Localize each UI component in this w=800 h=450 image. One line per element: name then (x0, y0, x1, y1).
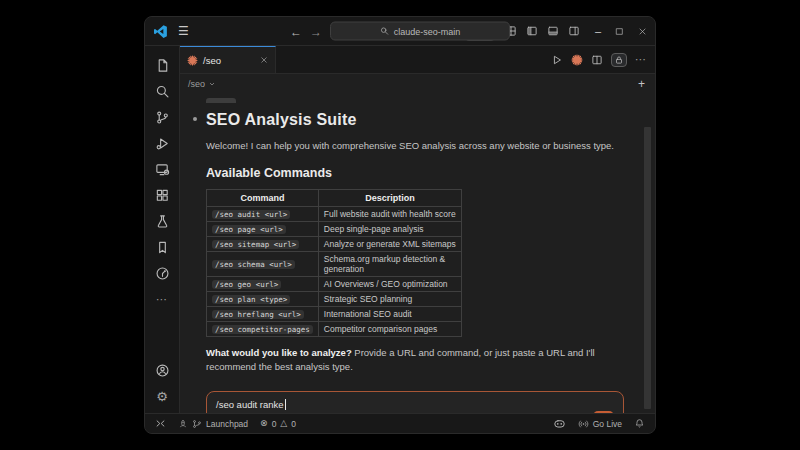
menu-icon[interactable]: ☰ (178, 24, 189, 38)
broadcast-icon (578, 419, 589, 429)
sidebar-item-explorer[interactable] (145, 52, 179, 78)
breadcrumb: /seo + (180, 74, 655, 93)
table-row: /seo page <url> Deep single-page analysi… (207, 222, 462, 237)
activity-bar: ⋯ ⚙ (145, 46, 180, 413)
branch-icon (192, 419, 202, 429)
go-live-label: Go Live (593, 419, 622, 429)
column-header-description: Description (318, 190, 461, 207)
command-cell: /seo page <url> (207, 222, 319, 237)
claude-action-icon[interactable] (571, 54, 583, 66)
source-control-icon (155, 110, 170, 125)
chat-input-field[interactable]: /seo audit ranke (216, 399, 614, 410)
toggle-sidebar-left-icon[interactable] (526, 25, 538, 37)
description-cell: Schema.org markup detection & generation (318, 252, 461, 277)
table-row: /seo schema <url> Schema.org markup dete… (207, 252, 462, 277)
command-cell: /seo schema <url> (207, 252, 319, 277)
sidebar-item-bookmarks[interactable] (145, 234, 179, 260)
tab-bar: /seo ⋯ (180, 46, 655, 74)
gear-icon: ⚙ (156, 389, 168, 404)
description-cell: Competitor comparison pages (318, 322, 461, 337)
breadcrumb-chevron-icon (208, 80, 216, 88)
command-cell: /seo audit <url> (207, 207, 319, 222)
toggle-panel-icon[interactable] (547, 25, 559, 37)
toggle-sidebar-right-icon[interactable] (568, 25, 580, 37)
message-bullet (193, 117, 197, 121)
problems-status-item[interactable]: ⊗ 0 △ 0 (260, 419, 296, 429)
text-cursor (285, 399, 286, 410)
scrollbar-thumb[interactable] (644, 127, 651, 409)
table-row: /seo sitemap <url> Analyze or generate X… (207, 237, 462, 252)
search-icon (380, 27, 389, 36)
copilot-status-icon[interactable] (553, 418, 566, 429)
sidebar-item-testing[interactable] (145, 208, 179, 234)
files-icon (155, 58, 170, 73)
description-cell: AI Overviews / GEO optimization (318, 277, 461, 292)
chat-input-box[interactable]: /seo audit ranke Ask before edits (206, 391, 624, 414)
vscode-window: ☰ ← → claude-seo-main (144, 16, 656, 434)
accounts-button[interactable] (155, 357, 170, 383)
search-sidebar-icon (155, 84, 170, 99)
tab-seo[interactable]: /seo (180, 46, 276, 73)
table-header-row: Command Description (207, 190, 462, 207)
lock-toggle-button[interactable] (611, 53, 627, 67)
sidebar-item-search[interactable] (145, 78, 179, 104)
sidebar-item-run-debug[interactable] (145, 130, 179, 156)
prompt-question: What would you like to analyze? (206, 347, 352, 358)
commands-table: Command Description /seo audit <url> Ful… (206, 189, 462, 337)
title-bar: ☰ ← → claude-seo-main (145, 17, 655, 46)
pin-circle-icon (155, 266, 170, 281)
error-icon: ⊗ (260, 419, 268, 428)
sidebar-more-actions[interactable]: ⋯ (145, 286, 179, 312)
chat-input-value: /seo audit ranke (216, 399, 284, 410)
breadcrumb-item[interactable]: /seo (188, 79, 205, 89)
run-debug-icon (155, 136, 170, 151)
table-row: /seo audit <url> Full website audit with… (207, 207, 462, 222)
command-cell: /seo hreflang <url> (207, 307, 319, 322)
editor-more-actions-icon[interactable]: ⋯ (635, 53, 647, 66)
sidebar-item-remote-explorer[interactable] (145, 156, 179, 182)
launchpad-label: Launchpad (206, 419, 248, 429)
forward-icon[interactable]: → (310, 25, 322, 37)
description-cell: Strategic SEO planning (318, 292, 461, 307)
tab-label: /seo (203, 55, 255, 66)
maximize-button[interactable] (615, 27, 624, 36)
sidebar-item-pinned[interactable] (145, 260, 179, 286)
back-icon[interactable]: ← (290, 25, 302, 37)
table-row: /seo competitor-pages Competitor compari… (207, 322, 462, 337)
settings-button[interactable]: ⚙ (155, 383, 170, 409)
launchpad-status-item[interactable]: Launchpad (178, 419, 248, 429)
error-count: 0 (272, 419, 277, 429)
tab-close-icon[interactable] (260, 56, 268, 64)
go-live-status-item[interactable]: Go Live (578, 419, 622, 429)
table-row: /seo hreflang <url> International SEO au… (207, 307, 462, 322)
status-bar: Launchpad ⊗ 0 △ 0 Go Live (145, 413, 655, 433)
sidebar-item-source-control[interactable] (145, 104, 179, 130)
remote-indicator-icon[interactable] (155, 418, 166, 429)
prompt-text: What would you like to analyze? Provide … (206, 346, 646, 375)
notifications-bell-icon[interactable] (634, 418, 645, 429)
run-file-icon[interactable] (551, 54, 563, 66)
table-row: /seo plan <type> Strategic SEO planning (207, 292, 462, 307)
command-center-search[interactable]: claude-seo-main (330, 22, 510, 41)
command-cell: /seo sitemap <url> (207, 237, 319, 252)
bookmark-icon (155, 240, 170, 255)
table-row: /seo geo <url> AI Overviews / GEO optimi… (207, 277, 462, 292)
close-window-button[interactable] (638, 27, 647, 36)
search-value: claude-seo-main (394, 26, 461, 36)
ellipsis-icon: ⋯ (156, 293, 168, 306)
minimize-button[interactable]: – (595, 25, 601, 37)
command-cell: /seo competitor-pages (207, 322, 319, 337)
split-editor-icon[interactable] (591, 54, 603, 66)
send-button[interactable]: ↑ (593, 411, 614, 414)
beaker-icon (155, 214, 170, 229)
new-chat-button[interactable]: + (638, 77, 645, 91)
sidebar-item-extensions[interactable] (145, 182, 179, 208)
rocket-icon (178, 419, 188, 429)
account-icon (155, 363, 170, 378)
vscode-logo (153, 24, 168, 39)
extensions-icon (155, 188, 170, 203)
description-cell: Full website audit with health score (318, 207, 461, 222)
lock-icon (614, 55, 624, 65)
warning-icon: △ (280, 419, 287, 428)
commands-heading: Available Commands (206, 166, 621, 180)
